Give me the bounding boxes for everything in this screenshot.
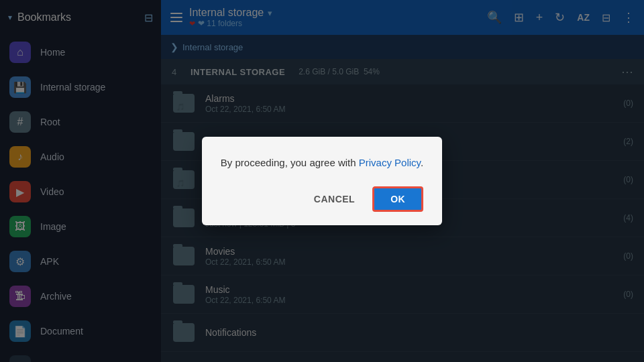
dialog-text: By proceeding, you agree with Privacy Po…: [221, 156, 423, 171]
privacy-policy-link[interactable]: Privacy Policy: [359, 157, 421, 168]
dialog-text-before: By proceeding, you agree with: [221, 157, 359, 168]
ok-button[interactable]: OK: [372, 186, 423, 212]
privacy-dialog: By proceeding, you agree with Privacy Po…: [202, 137, 442, 226]
dialog-overlay: By proceeding, you agree with Privacy Po…: [0, 0, 644, 362]
dialog-actions: CANCEL OK: [221, 186, 423, 212]
dialog-text-after: .: [421, 157, 423, 168]
cancel-button[interactable]: CANCEL: [302, 186, 367, 212]
